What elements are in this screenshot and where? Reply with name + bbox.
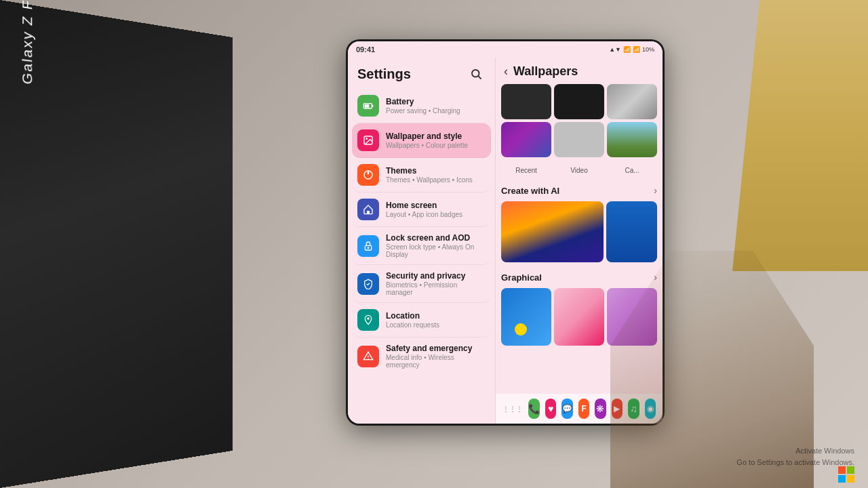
security-item-name: Security and privacy (386, 271, 486, 281)
settings-title: Settings (357, 66, 411, 82)
ai-wallpaper-main[interactable] (501, 201, 604, 262)
security-icon (357, 273, 379, 295)
svg-rect-15 (847, 466, 854, 474)
wallpaper-item-sub: Wallpapers • Colour palette (386, 142, 486, 149)
dock-food[interactable]: F (578, 399, 589, 419)
product-box: Galaxy Z Fold6 (0, 0, 233, 488)
wallpaper-thumb-3[interactable] (607, 84, 657, 119)
windows-flag-icon (838, 466, 854, 483)
wallpaper-thumb-2[interactable] (554, 84, 604, 119)
dock-app-drawer[interactable]: ⋮⋮⋮ (502, 399, 523, 419)
dock-phone[interactable]: 📞 (528, 399, 540, 419)
sun-decoration (515, 323, 527, 336)
category-recent[interactable]: Recent (501, 165, 551, 176)
wallpaper-thumb-4[interactable] (501, 122, 551, 157)
location-icon (357, 309, 379, 331)
wallpaper-thumb-6[interactable] (607, 122, 657, 157)
dock-watch[interactable]: ◉ (645, 399, 656, 419)
safety-item-name: Safety and emergency (386, 344, 486, 353)
phone-frame: 09:41 ▲▼ 📶 📶 10% Settings (346, 39, 665, 426)
ai-section-header: Create with AI › (501, 185, 657, 196)
wallpaper-thumb-1[interactable] (501, 84, 551, 119)
svg-point-13 (368, 358, 368, 359)
settings-item-security[interactable]: Security and privacy Biometrics • Permis… (352, 265, 491, 303)
svg-rect-4 (365, 104, 370, 108)
wallpapers-content: Recent Video Ca... Create with AI › (496, 84, 663, 394)
battery-icon (357, 95, 379, 117)
security-item-text: Security and privacy Biometrics • Permis… (386, 271, 486, 296)
svg-rect-3 (372, 105, 373, 107)
safety-item-text: Safety and emergency Medical info • Wire… (386, 344, 486, 369)
graphical-section-arrow[interactable]: › (654, 272, 657, 283)
settings-item-safety[interactable]: Safety and emergency Medical info • Wire… (352, 338, 491, 375)
wallpaper-thumb-5[interactable] (554, 122, 604, 157)
dock-spotify[interactable]: ♫ (628, 399, 639, 419)
wallpapers-header: ‹ Wallpapers (496, 58, 663, 84)
settings-header: Settings (348, 58, 495, 89)
svg-rect-16 (838, 475, 846, 483)
battery-item-text: Battery Power saving • Charging (386, 97, 486, 115)
lockscreen-item-sub: Screen lock type • Always On Display (386, 243, 486, 258)
home-item-name: Home screen (386, 201, 486, 210)
category-camera[interactable]: Ca... (607, 165, 657, 176)
svg-point-11 (367, 317, 369, 319)
graphical-wallpaper-1[interactable] (501, 288, 551, 346)
wifi-icon: 📶 (623, 46, 631, 53)
safety-icon (357, 346, 379, 367)
themes-icon (357, 164, 379, 186)
graphical-section-header: Graphical › (501, 272, 657, 283)
windows-watermark: Activate Windows Go to Settings to activ… (736, 445, 854, 468)
wallpaper-thumbnail-grid (501, 84, 657, 157)
status-time: 09:41 (356, 45, 375, 54)
phone-screen: 09:41 ▲▼ 📶 📶 10% Settings (348, 41, 663, 424)
status-bar: 09:41 ▲▼ 📶 📶 10% (348, 41, 663, 58)
themes-item-name: Themes (386, 166, 486, 176)
dock-health[interactable]: ♥ (545, 399, 556, 419)
back-button[interactable]: ‹ (504, 64, 508, 79)
safety-item-sub: Medical info • Wireless emergency (386, 354, 486, 369)
split-view: Settings (348, 58, 663, 424)
settings-item-location[interactable]: Location Location requests (352, 303, 491, 338)
wallpaper-icon (357, 129, 379, 151)
ai-wallpaper-side[interactable] (606, 201, 657, 262)
lockscreen-item-name: Lock screen and AOD (386, 233, 486, 243)
dock-messages[interactable]: 💬 (561, 399, 572, 419)
dock-bar: ⋮⋮⋮ 📞 ♥ 💬 F ❋ ▶ ♫ ◉ (496, 394, 663, 424)
status-icons: ▲▼ 📶 📶 10% (609, 46, 654, 53)
graphical-wallpaper-3[interactable] (607, 288, 657, 346)
dock-flower[interactable]: ❋ (595, 399, 606, 419)
wallpaper-category-labels: Recent Video Ca... (501, 165, 657, 176)
product-box-label: Galaxy Z Fold6 (20, 0, 36, 85)
home-item-text: Home screen Layout • App icon badges (386, 201, 486, 218)
settings-item-battery[interactable]: Battery Power saving • Charging (352, 89, 491, 123)
windows-activate-line1: Activate Windows (736, 445, 854, 457)
security-item-sub: Biometrics • Permission manager (386, 281, 486, 296)
search-button[interactable] (467, 64, 486, 83)
windows-activate-line2: Go to Settings to activate Windows. (736, 457, 854, 468)
wallpapers-title: Wallpapers (513, 64, 578, 79)
location-item-name: Location (386, 311, 486, 321)
svg-point-10 (368, 247, 370, 249)
graphical-section-title: Graphical (501, 272, 542, 283)
ai-wallpaper-grid (501, 201, 657, 262)
dock-youtube[interactable]: ▶ (612, 399, 623, 419)
wallpaper-item-name: Wallpaper and style (386, 131, 486, 141)
location-item-sub: Location requests (386, 321, 486, 329)
graphical-wallpaper-2[interactable] (554, 288, 604, 346)
themes-item-text: Themes Themes • Wallpapers • Icons (386, 166, 486, 184)
settings-item-themes[interactable]: Themes Themes • Wallpapers • Icons (352, 158, 491, 192)
category-video[interactable]: Video (554, 165, 604, 176)
battery-indicator: 10% (642, 46, 654, 53)
svg-point-0 (472, 70, 479, 77)
home-icon (357, 199, 379, 220)
battery-item-name: Battery (386, 97, 486, 106)
lockscreen-icon (357, 235, 379, 257)
svg-line-1 (478, 76, 481, 79)
ai-section-arrow[interactable]: › (654, 185, 657, 196)
signal-icon: ▲▼ (609, 46, 621, 53)
settings-panel: Settings (348, 58, 496, 424)
settings-item-lockscreen[interactable]: Lock screen and AOD Screen lock type • A… (352, 227, 491, 265)
settings-item-home[interactable]: Home screen Layout • App icon badges (352, 192, 491, 227)
location-item-text: Location Location requests (386, 311, 486, 329)
settings-item-wallpaper[interactable]: Wallpaper and style Wallpapers • Colour … (352, 123, 491, 158)
